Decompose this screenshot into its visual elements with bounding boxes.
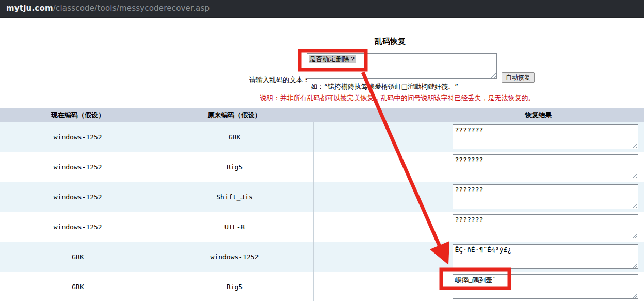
result-text: ??????? bbox=[455, 126, 484, 134]
result-cell: ??????? bbox=[388, 122, 644, 152]
result-textarea[interactable]: 岋瘁□隅刭壶ˋ bbox=[453, 274, 638, 299]
table-row: GBK windows-1252 ÊÇ·ñÈ·¶¨É¾³ý£¿ bbox=[0, 242, 644, 272]
spacer-cell bbox=[313, 152, 388, 182]
original-encoding-cell: windows-1252 bbox=[156, 242, 313, 272]
results-table: 现在编码（假设） 原来编码（假设） 恢复结果 windows-1252 GBK … bbox=[0, 108, 644, 301]
result-textarea[interactable]: ??????? bbox=[453, 124, 638, 149]
resize-handle-icon[interactable] bbox=[632, 142, 637, 148]
header-result: 恢复结果 bbox=[388, 108, 644, 122]
url-text[interactable]: mytju.com/classcode/tools/messycoderecov… bbox=[6, 4, 210, 13]
result-cell: 岋瘁□隅刭壶ˋ bbox=[388, 272, 644, 301]
result-text: ??????? bbox=[455, 186, 484, 194]
result-text: ??????? bbox=[455, 156, 484, 164]
spacer-cell bbox=[313, 272, 388, 301]
current-encoding-cell: windows-1252 bbox=[0, 212, 156, 242]
table-row: windows-1252 Big5 ??????? bbox=[0, 152, 644, 182]
page-title: 乱码恢复 bbox=[339, 37, 442, 46]
resize-handle-icon[interactable] bbox=[632, 172, 637, 178]
resize-handle-icon[interactable] bbox=[632, 232, 637, 238]
original-encoding-cell: Big5 bbox=[156, 152, 313, 182]
table-row: GBK Big5 岋瘁□隅刭壶ˋ bbox=[0, 272, 644, 301]
resize-handle-icon[interactable] bbox=[632, 292, 637, 298]
table-header-row: 现在编码（假设） 原来编码（假设） 恢复结果 bbox=[0, 108, 644, 122]
current-encoding-cell: windows-1252 bbox=[0, 122, 156, 152]
resize-handle-icon[interactable] bbox=[632, 202, 637, 208]
result-textarea[interactable]: ??????? bbox=[453, 184, 638, 209]
table-row: windows-1252 UTF-8 ??????? bbox=[0, 212, 644, 242]
current-encoding-cell: GBK bbox=[0, 272, 156, 301]
result-textarea[interactable]: ÊÇ·ñÈ·¶¨É¾³ý£¿ bbox=[453, 244, 638, 269]
result-text: ÊÇ·ñÈ·¶¨É¾³ý£¿ bbox=[455, 246, 512, 254]
url-domain: mytju.com bbox=[6, 4, 53, 13]
result-text: ??????? bbox=[455, 216, 484, 224]
spacer-cell bbox=[313, 182, 388, 212]
auto-recover-button[interactable]: 自动恢复 bbox=[502, 72, 535, 83]
result-cell: ??????? bbox=[388, 182, 644, 212]
example-text: 如：“锘挎椾鏄执笃瑙爰楈锈屽□渲勳枃鏈奸筏。” bbox=[258, 82, 511, 91]
result-cell: ??????? bbox=[388, 152, 644, 182]
spacer-cell bbox=[313, 242, 388, 272]
result-textarea[interactable]: ??????? bbox=[453, 154, 638, 179]
result-cell: ??????? bbox=[388, 212, 644, 242]
result-cell: ÊÇ·ñÈ·¶¨É¾³ý£¿ bbox=[388, 242, 644, 272]
current-encoding-cell: GBK bbox=[0, 242, 156, 272]
result-textarea[interactable]: ??????? bbox=[453, 214, 638, 239]
current-encoding-cell: windows-1252 bbox=[0, 152, 156, 182]
url-path: /classcode/tools/messycoderecover.asp bbox=[53, 4, 210, 13]
messy-text-input[interactable]: 是否确定删除？ bbox=[307, 53, 497, 79]
spacer-cell bbox=[313, 122, 388, 152]
header-spacer bbox=[313, 108, 388, 122]
original-encoding-cell: GBK bbox=[156, 122, 313, 152]
note-text: 说明：并非所有乱码都可以被完美恢复，乱码中的问号说明该字符已经丢失，是无法恢复的… bbox=[201, 93, 593, 103]
browser-address-bar[interactable]: mytju.com/classcode/tools/messycoderecov… bbox=[0, 0, 644, 18]
resize-handle-icon[interactable] bbox=[632, 262, 637, 268]
result-text: 岋瘁□隅刭壶ˋ bbox=[455, 276, 497, 284]
spacer-cell bbox=[313, 212, 388, 242]
original-encoding-cell: UTF-8 bbox=[156, 212, 313, 242]
selected-input-text: 是否确定删除？ bbox=[309, 55, 356, 63]
header-original-encoding: 原来编码（假设） bbox=[156, 108, 313, 122]
table-row: windows-1252 Shift_Jis ??????? bbox=[0, 182, 644, 212]
original-encoding-cell: Shift_Jis bbox=[156, 182, 313, 212]
original-encoding-cell: Big5 bbox=[156, 272, 313, 301]
table-row: windows-1252 GBK ??????? bbox=[0, 122, 644, 152]
header-current-encoding: 现在编码（假设） bbox=[0, 108, 156, 122]
current-encoding-cell: windows-1252 bbox=[0, 182, 156, 212]
resize-handle-icon[interactable] bbox=[490, 72, 496, 78]
